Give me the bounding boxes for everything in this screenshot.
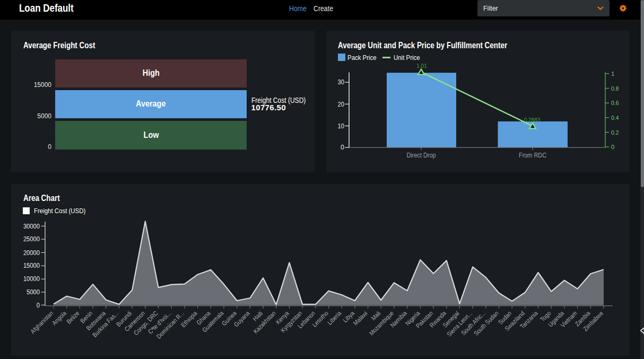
svg-text:0.2883: 0.2883	[524, 117, 541, 123]
svg-text:Direct Drop: Direct Drop	[407, 152, 436, 159]
svg-text:1: 1	[611, 71, 614, 77]
svg-text:Belize: Belize	[65, 310, 81, 326]
svg-text:0.8: 0.8	[611, 85, 619, 92]
svg-text:Angola: Angola	[50, 310, 68, 327]
svg-text:10: 10	[338, 122, 345, 130]
svg-text:30000: 30000	[23, 223, 40, 230]
svg-text:From RDC: From RDC	[519, 152, 546, 159]
svg-text:0: 0	[611, 144, 614, 150]
svg-text:20000: 20000	[23, 249, 40, 257]
svg-text:0: 0	[37, 302, 40, 309]
svg-text:30: 30	[338, 78, 345, 86]
svg-text:15000: 15000	[23, 262, 40, 269]
svg-text:0.4: 0.4	[611, 115, 619, 121]
svg-text:1.01: 1.01	[416, 63, 427, 69]
svg-text:0.6: 0.6	[611, 100, 619, 106]
svg-text:25000: 25000	[23, 235, 40, 243]
svg-text:10000: 10000	[23, 275, 40, 283]
svg-text:5000: 5000	[27, 288, 40, 296]
svg-text:20: 20	[338, 101, 345, 108]
svg-text:Liberia: Liberia	[326, 310, 343, 327]
svg-text:0: 0	[341, 144, 344, 151]
svg-text:Malawi: Malawi	[352, 310, 369, 327]
svg-text:0.2: 0.2	[611, 129, 619, 136]
